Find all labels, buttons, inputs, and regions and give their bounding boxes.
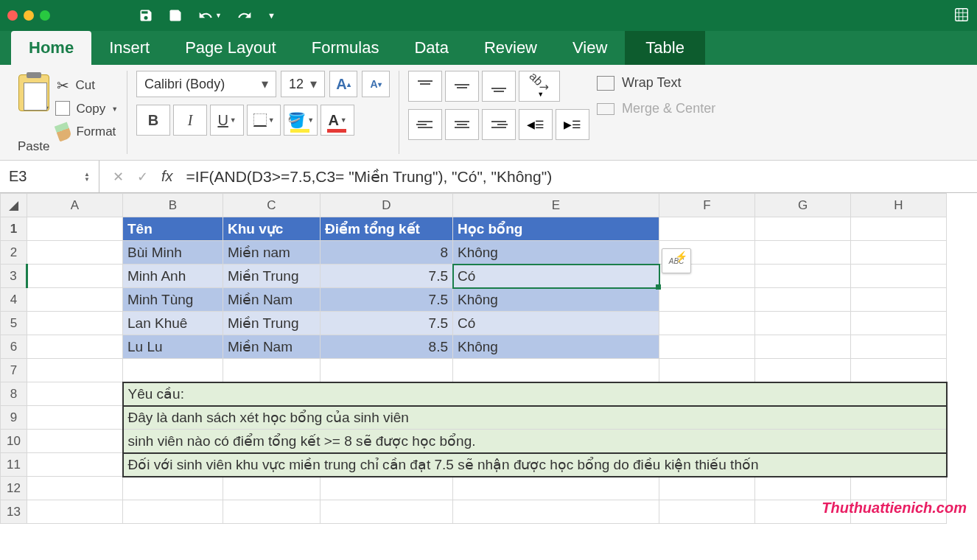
cell[interactable]: 7.5 (321, 312, 453, 335)
col-header-c[interactable]: C (223, 194, 321, 217)
paste-button[interactable]: ▼ Paste (18, 71, 49, 154)
cell[interactable]: Đây là danh sách xét học bổng của sinh v… (123, 406, 947, 430)
align-left-button[interactable] (408, 109, 442, 140)
row-header[interactable]: 12 (1, 477, 27, 500)
align-center-button[interactable] (445, 109, 479, 140)
tab-home[interactable]: Home (11, 31, 91, 65)
format-painter-button[interactable]: Format (57, 124, 118, 140)
row-header[interactable]: 10 (1, 430, 27, 453)
cell[interactable]: Khu vực (223, 217, 321, 241)
orientation-button[interactable]: ab↗▼ (519, 71, 560, 102)
active-cell-e3[interactable]: Có (453, 265, 659, 288)
cell[interactable]: Minh Tùng (123, 288, 223, 312)
tab-page-layout[interactable]: Page Layout (167, 31, 294, 65)
font-size-combo[interactable]: 12 ▾ (281, 71, 325, 97)
row-header[interactable]: 6 (1, 335, 27, 359)
row-header[interactable]: 3 (1, 265, 27, 288)
save-dropdown-icon[interactable] (168, 8, 183, 23)
col-header-f[interactable]: F (659, 194, 755, 217)
close-window-button[interactable] (7, 10, 18, 21)
cell[interactable]: Miền Nam (223, 335, 321, 359)
minimize-window-button[interactable] (24, 10, 34, 21)
cell[interactable]: Tên (123, 217, 223, 241)
formula-input[interactable]: =IF(AND(D3>=7.5,C3= "Miền Trung"), "Có",… (182, 168, 977, 186)
cell[interactable]: Có (453, 312, 659, 335)
cell[interactable]: Lu Lu (123, 335, 223, 359)
cell[interactable]: Miền Trung (223, 265, 321, 288)
cell[interactable]: Yêu cầu: (123, 382, 947, 406)
cell[interactable]: 8 (321, 241, 453, 265)
border-button[interactable]: ▼ (247, 105, 281, 136)
cell[interactable]: Lan Khuê (123, 312, 223, 335)
cell[interactable]: Không (453, 241, 659, 265)
cut-button[interactable]: ✂ Cut (57, 77, 118, 94)
autofill-options-button[interactable]: ABC ⚡ (662, 248, 691, 273)
align-right-button[interactable] (482, 109, 516, 140)
font-name-combo[interactable]: Calibri (Body) ▾ (136, 71, 276, 97)
cancel-formula-button[interactable]: ✕ (113, 169, 124, 185)
tab-formulas[interactable]: Formulas (294, 31, 397, 65)
save-icon[interactable] (139, 8, 153, 23)
select-all-corner[interactable]: ◢ (1, 194, 27, 217)
merge-center-button[interactable]: Merge & Center (597, 101, 715, 116)
decrease-indent-button[interactable]: ◀☰ (519, 109, 553, 140)
row-header[interactable]: 4 (1, 288, 27, 312)
italic-button[interactable]: I (173, 105, 207, 136)
col-header-a[interactable]: A (27, 194, 123, 217)
row-header[interactable]: 13 (1, 500, 27, 524)
spreadsheet-grid[interactable]: ◢ A B C D E F G H 1 Tên Khu vực Điểm tổn… (0, 193, 977, 524)
tab-data[interactable]: Data (396, 31, 466, 65)
col-header-d[interactable]: D (321, 194, 453, 217)
tab-review[interactable]: Review (466, 31, 555, 65)
cell[interactable]: 8.5 (321, 335, 453, 359)
cell[interactable]: Học bổng (453, 217, 659, 241)
row-header[interactable]: 8 (1, 382, 27, 406)
row-header[interactable]: 11 (1, 453, 27, 477)
cell[interactable]: 7.5 (321, 265, 453, 288)
redo-button[interactable] (237, 8, 253, 23)
row-header[interactable]: 7 (1, 359, 27, 382)
bold-button[interactable]: B (136, 105, 170, 136)
underline-button[interactable]: U▼ (210, 105, 244, 136)
fill-handle[interactable] (656, 284, 661, 290)
cell[interactable]: Đối với sinh viên khu vực miền trung chỉ… (123, 453, 947, 477)
cell[interactable]: Không (453, 335, 659, 359)
wrap-text-button[interactable]: Wrap Text (597, 75, 715, 91)
cell[interactable]: Miền nam (223, 241, 321, 265)
fill-color-button[interactable]: 🪣▼ (284, 105, 318, 136)
align-middle-button[interactable] (445, 71, 479, 102)
col-header-g[interactable]: G (755, 194, 851, 217)
row-header[interactable]: 9 (1, 406, 27, 430)
grow-font-button[interactable]: A▴ (329, 71, 357, 97)
cell[interactable]: Miền Nam (223, 288, 321, 312)
col-header-e[interactable]: E (453, 194, 659, 217)
cell[interactable]: Minh Anh (123, 265, 223, 288)
tab-view[interactable]: View (555, 31, 625, 65)
row-header[interactable]: 1 (1, 217, 27, 241)
maximize-window-button[interactable] (40, 10, 50, 21)
cell[interactable]: Bùi Minh (123, 241, 223, 265)
tab-insert[interactable]: Insert (91, 31, 167, 65)
cell[interactable]: Không (453, 288, 659, 312)
col-header-b[interactable]: B (123, 194, 223, 217)
cell[interactable]: sinh viên nào có điểm tổng kết >= 8 sẽ đ… (123, 430, 947, 453)
col-header-h[interactable]: H (851, 194, 947, 217)
enter-formula-button[interactable]: ✓ (137, 169, 148, 185)
tab-table[interactable]: Table (625, 31, 705, 65)
name-box-stepper[interactable]: ▲▼ (84, 172, 90, 182)
font-color-button[interactable]: A▼ (321, 105, 354, 136)
cell[interactable]: Điểm tổng kết (321, 217, 453, 241)
row-header[interactable]: 5 (1, 312, 27, 335)
align-bottom-button[interactable] (482, 71, 516, 102)
copy-button[interactable]: Copy ▼ (57, 102, 118, 116)
align-top-button[interactable] (408, 71, 442, 102)
fx-label[interactable]: fx (161, 168, 173, 185)
shrink-font-button[interactable]: A▾ (362, 71, 390, 97)
cell[interactable]: Miền Trung (223, 312, 321, 335)
cell[interactable]: 7.5 (321, 288, 453, 312)
qat-more-icon[interactable]: ▼ (267, 11, 276, 20)
undo-button[interactable]: ▼ (197, 8, 222, 23)
increase-indent-button[interactable]: ▶☰ (556, 109, 589, 140)
name-box[interactable]: E3 ▲▼ (0, 161, 99, 192)
row-header[interactable]: 2 (1, 241, 27, 265)
